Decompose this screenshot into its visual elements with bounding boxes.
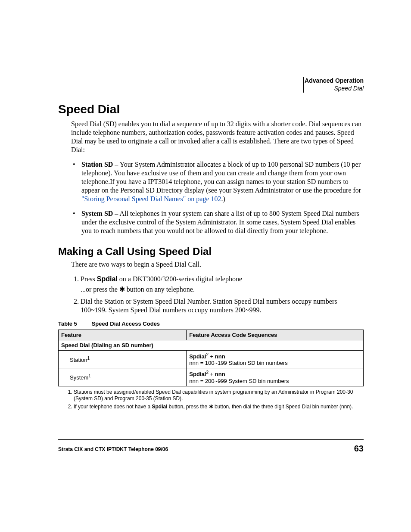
- star-icon: ✱: [119, 286, 125, 293]
- link-storing-names[interactable]: "Storing Personal Speed Dial Names" on p…: [81, 195, 221, 202]
- bullet-station: Station SD – Your System Administrator a…: [71, 160, 364, 203]
- table-header-row: Feature Feature Access Code Sequences: [59, 330, 364, 340]
- table-subhead-row: Speed Dial (Dialing an SD number): [59, 340, 364, 351]
- footer-rule: [58, 439, 364, 440]
- bullet-station-tail: .): [221, 195, 225, 202]
- table-footnotes: Stations must be assigned/enabled Speed …: [67, 389, 364, 410]
- cell-station: Station1: [59, 351, 187, 368]
- bullet-station-text: – Your System Administrator allocates a …: [81, 161, 361, 194]
- heading-speed-dial: Speed Dial: [58, 103, 364, 116]
- bullet-system-lead: System SD: [81, 210, 113, 217]
- cell-system-code: Spdial2 + nnn nnn = 200~999 System SD bi…: [187, 368, 364, 386]
- page-number: 63: [354, 444, 364, 454]
- table-row-system: System1 Spdial2 + nnn nnn = 200~999 Syst…: [59, 368, 364, 386]
- speed-dial-table: Feature Feature Access Code Sequences Sp…: [58, 330, 364, 386]
- step1-alt: ...or press the ✱ button on any telephon…: [81, 285, 364, 294]
- footnote-1: Stations must be assigned/enabled Speed …: [74, 389, 364, 402]
- intro-paragraph: Speed Dial (SD) enables you to dial a se…: [71, 120, 364, 154]
- cell-station-code: Spdial2 + nnn nnn = 100~199 Station SD b…: [187, 351, 364, 368]
- table-number: Table 5: [58, 320, 90, 327]
- spdial-key: Spdial: [97, 275, 118, 283]
- page-body: Speed Dial Speed Dial (SD) enables you t…: [58, 73, 364, 412]
- star-icon-2: ✱: [209, 404, 213, 410]
- step1-pre: Press: [81, 275, 97, 283]
- step-1: Press Spdial on a DKT3000/3200-series di…: [81, 275, 364, 294]
- footnote-2: If your telephone does not have a Spdial…: [74, 404, 364, 410]
- table-title: Speed Dial Access Codes: [92, 320, 160, 327]
- footer-doc-title: Strata CIX and CTX IPT/DKT Telephone 09/…: [58, 446, 168, 452]
- bullet-list: Station SD – Your System Administrator a…: [71, 160, 364, 235]
- table-row-station: Station1 Spdial2 + nnn nnn = 100~199 Sta…: [59, 351, 364, 368]
- subhead-cell: Speed Dial (Dialing an SD number): [59, 340, 364, 351]
- steps-list: Press Spdial on a DKT3000/3200-series di…: [71, 275, 364, 314]
- footnote-ref-1: 1: [87, 356, 90, 361]
- col-feature: Feature: [59, 330, 187, 340]
- intro2-block: There are two ways to begin a Speed Dial…: [71, 260, 364, 269]
- col-code: Feature Access Code Sequences: [187, 330, 364, 340]
- bullet-system: System SD – All telephones in your syste…: [71, 209, 364, 235]
- footnote-ref-1b: 1: [88, 373, 91, 378]
- step1-post: on a DKT3000/3200-series digital telepho…: [118, 275, 242, 283]
- table-caption: Table 5 Speed Dial Access Codes: [58, 320, 364, 327]
- intro2-paragraph: There are two ways to begin a Speed Dial…: [71, 260, 364, 269]
- heading-making-call: Making a Call Using Speed Dial: [58, 246, 364, 258]
- cell-system: System1: [59, 368, 187, 386]
- bullet-system-text: – All telephones in your system can shar…: [81, 210, 359, 234]
- bullet-station-lead: Station SD: [81, 161, 113, 168]
- intro-block: Speed Dial (SD) enables you to dial a se…: [71, 120, 364, 154]
- step-2: Dial the Station or System Speed Dial Nu…: [81, 297, 364, 314]
